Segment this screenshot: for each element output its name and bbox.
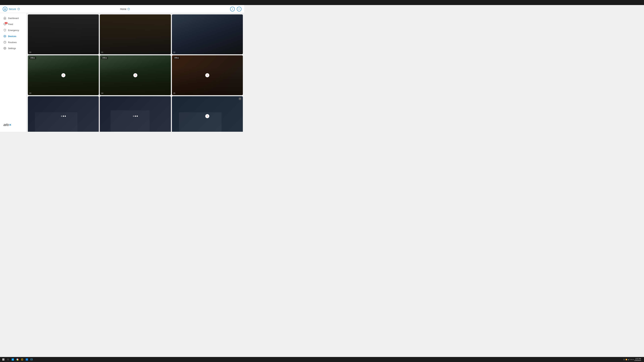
feed-badge: 28 xyxy=(5,22,8,24)
svg-point-8 xyxy=(238,9,239,9)
sidebar-routines-label: Routines xyxy=(8,41,16,43)
home-icon xyxy=(3,7,8,11)
loading-dot xyxy=(135,116,136,117)
app-container: Secure Home xyxy=(0,5,244,132)
camera-cell-12[interactable]: 12 xyxy=(172,14,243,54)
svg-point-19 xyxy=(4,48,5,49)
header-brand: Secure xyxy=(9,8,16,10)
loading-dot xyxy=(61,116,62,117)
loading-dot xyxy=(136,116,138,117)
add-button[interactable] xyxy=(230,7,235,11)
camera-cell-13[interactable]: Offline 13 xyxy=(28,55,99,95)
header-title: Home xyxy=(120,8,126,10)
sidebar-item-settings[interactable]: Settings xyxy=(0,45,26,51)
camera-offline-badge-15: Offline xyxy=(173,57,180,59)
home-nav-icon xyxy=(3,16,6,19)
sidebar-item-routines[interactable]: Routines xyxy=(0,39,26,45)
camera-number-10: 10 xyxy=(29,51,31,53)
camera-cell-10[interactable]: 10 xyxy=(28,14,99,54)
svg-point-10 xyxy=(240,9,240,9)
sidebar-item-devices[interactable]: Devices xyxy=(0,33,26,39)
settings-nav-icon xyxy=(3,47,6,50)
devices-nav-icon xyxy=(3,35,6,38)
sidebar-emergency-label: Emergency xyxy=(8,29,19,31)
main-content[interactable]: 10 11 12 Offline 13 xyxy=(26,13,244,132)
camera-count-badge-18: 0 xyxy=(238,97,242,100)
header-left: Secure xyxy=(3,7,20,11)
loading-dot xyxy=(133,116,134,117)
camera-cell-15[interactable]: Offline 15 xyxy=(172,55,243,95)
camera-cell-17[interactable] xyxy=(100,96,171,132)
camera-grid: 10 11 12 Offline 13 xyxy=(28,14,243,132)
camera-error-icon-13 xyxy=(62,73,66,77)
camera-loading-16 xyxy=(61,116,66,117)
header-right xyxy=(230,7,242,11)
header-center: Home xyxy=(120,8,130,10)
sidebar-dashboard-label: Dashboard xyxy=(8,17,19,19)
camera-error-icon-15 xyxy=(205,73,209,77)
camera-cell-18[interactable]: 0 18 🔋 📶 📡 xyxy=(172,96,243,132)
header: Secure Home xyxy=(0,5,244,13)
routines-nav-icon xyxy=(3,41,6,44)
sidebar-feed-label: Feed xyxy=(8,23,13,25)
svg-point-15 xyxy=(4,36,5,36)
camera-number-14: 14 xyxy=(101,92,103,94)
emergency-nav-icon xyxy=(3,29,6,32)
camera-loading-17 xyxy=(133,116,138,117)
brand-info-icon xyxy=(18,8,20,10)
sidebar-spacer xyxy=(0,51,26,120)
top-taskbar xyxy=(0,0,244,5)
sidebar-devices-label: Devices xyxy=(8,35,16,37)
camera-number-13: 13 xyxy=(29,92,31,94)
camera-error-icon-14 xyxy=(133,73,137,77)
camera-number-12: 12 xyxy=(173,51,175,53)
more-button[interactable] xyxy=(237,7,242,11)
arlo-logo: arlo ✕ xyxy=(0,120,26,130)
sidebar: Dashboard Feed 28 xyxy=(0,13,26,132)
camera-cell-16[interactable] xyxy=(28,96,99,132)
camera-cell-11[interactable]: 11 xyxy=(100,14,171,54)
title-info-icon xyxy=(128,8,130,10)
sidebar-item-dashboard[interactable]: Dashboard xyxy=(0,15,26,21)
sidebar-settings-label: Settings xyxy=(8,47,16,50)
camera-badge-18: 0 xyxy=(238,97,242,100)
camera-offline-badge-13: Offline xyxy=(29,57,36,59)
layout: Dashboard Feed 28 xyxy=(0,13,244,132)
camera-number-11: 11 xyxy=(101,51,103,53)
svg-point-9 xyxy=(239,9,239,9)
sidebar-item-emergency[interactable]: Emergency xyxy=(0,27,26,33)
camera-cell-14[interactable]: Offline 14 xyxy=(100,55,171,95)
loading-dot xyxy=(63,116,64,117)
camera-error-icon-18 xyxy=(205,114,209,118)
camera-offline-badge-14: Offline xyxy=(101,57,108,59)
camera-number-15: 15 xyxy=(173,92,175,94)
sidebar-item-feed[interactable]: Feed 28 xyxy=(0,21,26,27)
loading-dot xyxy=(64,116,66,117)
